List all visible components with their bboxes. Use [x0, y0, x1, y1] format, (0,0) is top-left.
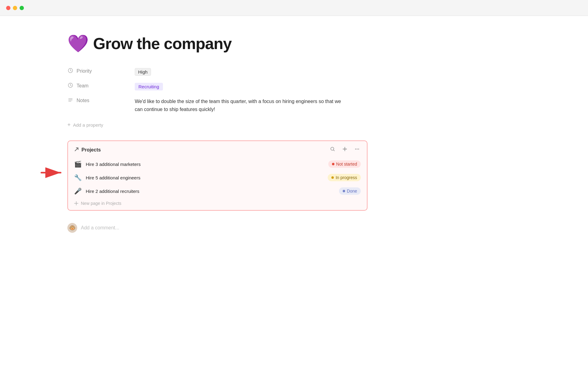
projects-link-icon: [74, 147, 79, 153]
project-item-icon: 🎤: [74, 187, 81, 195]
page-title[interactable]: Grow the company: [93, 34, 232, 53]
comment-area: 🐵 Add a comment...: [67, 220, 368, 236]
status-dot: [331, 176, 334, 179]
team-row: Team Recruiting: [67, 80, 368, 94]
page-emoji: 💜: [67, 35, 89, 52]
status-dot: [332, 163, 334, 165]
priority-label-text: Priority: [77, 68, 92, 74]
team-badge: Recruiting: [135, 83, 163, 90]
svg-point-13: [358, 149, 359, 150]
notes-label-area[interactable]: Notes: [67, 97, 135, 104]
projects-title: Projects: [81, 147, 101, 153]
add-property-plus-icon: +: [67, 122, 71, 128]
new-page-row[interactable]: New page in Projects: [68, 198, 367, 210]
page-title-area: 💜 Grow the company: [67, 34, 368, 53]
project-item[interactable]: 🎬 Hire 3 additional marketers Not starte…: [68, 157, 367, 171]
window-bar: [0, 0, 588, 16]
project-item-icon: 🔧: [74, 174, 81, 181]
priority-row: Priority High: [67, 65, 368, 80]
status-dot: [343, 190, 345, 192]
priority-value[interactable]: High: [135, 67, 368, 76]
notes-text: We'd like to double the size of the team…: [135, 98, 349, 113]
project-item[interactable]: 🎤 Hire 2 additional recruiters Done: [68, 184, 367, 198]
notes-row: Notes We'd like to double the size of th…: [67, 94, 368, 116]
team-label-area[interactable]: Team: [67, 82, 135, 89]
project-status-badge: In progress: [328, 174, 361, 181]
add-property-row[interactable]: + Add a property: [67, 119, 368, 131]
team-icon: [67, 83, 74, 89]
team-label-text: Team: [77, 83, 89, 89]
project-status-badge: Not started: [328, 160, 361, 168]
priority-badge: High: [135, 68, 151, 76]
project-item-name: Hire 5 additional engineers: [86, 175, 323, 180]
properties-section: Priority High Team Recruiting: [67, 65, 368, 116]
avatar: 🐵: [67, 223, 77, 233]
maximize-button[interactable]: [20, 6, 24, 10]
projects-wrapper: Projects: [67, 140, 368, 211]
new-page-label: New page in Projects: [81, 201, 121, 206]
svg-point-12: [357, 149, 358, 150]
project-item-icon: 🎬: [74, 160, 81, 168]
arrow-indicator: [40, 167, 64, 179]
comment-input[interactable]: Add a comment...: [81, 225, 119, 231]
projects-more-button[interactable]: [353, 146, 361, 154]
project-item-name: Hire 3 additional marketers: [86, 162, 324, 167]
projects-card: Projects: [67, 140, 368, 211]
minimize-button[interactable]: [13, 6, 17, 10]
priority-label-area[interactable]: Priority: [67, 67, 135, 74]
add-property-label: Add a property: [73, 122, 103, 128]
svg-point-11: [355, 149, 356, 150]
close-button[interactable]: [6, 6, 10, 10]
projects-add-button[interactable]: [341, 146, 349, 154]
svg-line-8: [334, 150, 334, 151]
projects-search-button[interactable]: [329, 146, 336, 154]
notes-icon: [67, 98, 74, 104]
notes-label-text: Notes: [77, 98, 89, 103]
priority-icon: [67, 68, 74, 74]
project-item-name: Hire 2 additional recruiters: [86, 189, 335, 194]
projects-actions: [329, 146, 361, 154]
notes-value: We'd like to double the size of the team…: [135, 97, 368, 113]
projects-header: Projects: [68, 141, 367, 157]
project-status-badge: Done: [339, 187, 361, 195]
project-items-list: 🎬 Hire 3 additional marketers Not starte…: [68, 157, 367, 198]
project-item[interactable]: 🔧 Hire 5 additional engineers In progres…: [68, 171, 367, 184]
team-value[interactable]: Recruiting: [135, 82, 368, 90]
projects-title-area[interactable]: Projects: [74, 147, 101, 153]
